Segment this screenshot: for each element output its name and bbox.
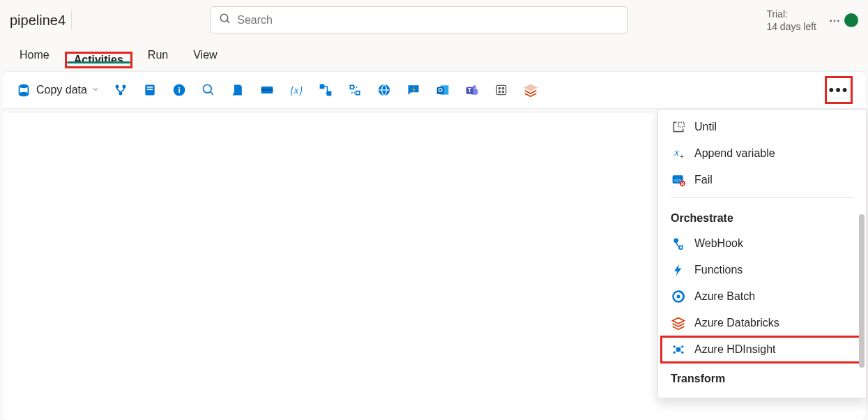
svg-text:{x}: {x} <box>290 84 303 96</box>
variable-icon[interactable]: {x} <box>288 82 305 98</box>
panel-item-label: Fail <box>694 174 713 186</box>
panel-item-fail[interactable]: </>✕ Fail <box>658 167 866 193</box>
panel-item-label: Functions <box>694 264 743 276</box>
panel-item-append-variable[interactable]: x+ Append variable <box>658 140 866 167</box>
web-icon[interactable] <box>376 82 393 98</box>
panel-item-label: Azure Databricks <box>694 317 779 329</box>
svg-text:✕: ✕ <box>680 181 685 186</box>
tab-activities[interactable]: Activities <box>65 52 132 68</box>
svg-text:O: O <box>438 87 443 93</box>
panel-item-webhook[interactable]: WebHook <box>658 230 866 257</box>
svg-point-44 <box>673 239 678 243</box>
svg-point-0 <box>220 14 228 22</box>
panel-item-azure-batch[interactable]: Azure Batch <box>658 283 866 310</box>
header-bar: pipeline4 Trial:14 days left ⋯ <box>0 0 868 40</box>
trial-status: Trial:14 days left <box>766 8 816 33</box>
panel-section-transform: Transform <box>658 363 866 391</box>
tabs-bar: Home Activities Run View <box>0 40 868 68</box>
svg-text:i: i <box>178 85 180 94</box>
azure-hdinsight-icon <box>671 342 686 357</box>
svg-text:T: T <box>468 87 471 93</box>
svg-text:+: + <box>680 153 684 160</box>
notebook-icon[interactable] <box>142 82 158 98</box>
panel-item-label: Azure Batch <box>694 290 755 303</box>
search-wrap <box>72 6 766 34</box>
panel-divider <box>671 197 853 198</box>
svg-text:x: x <box>673 147 679 158</box>
stack-icon[interactable] <box>522 82 539 98</box>
until-icon <box>671 119 686 135</box>
panel-item-label: WebHook <box>694 237 743 250</box>
append-variable-icon: x+ <box>671 146 686 161</box>
panel-item-until[interactable]: Until <box>658 114 866 140</box>
tab-run[interactable]: Run <box>145 43 171 68</box>
pipeline-name[interactable]: pipeline4 <box>10 10 72 30</box>
svg-rect-37 <box>678 122 684 127</box>
teams-icon[interactable]: T <box>464 82 480 98</box>
copy-data-label: Copy data <box>36 84 87 96</box>
svg-rect-31 <box>496 85 505 94</box>
svg-point-4 <box>116 85 118 87</box>
copy-data-button[interactable]: Copy data <box>15 82 100 98</box>
copy-data-icon <box>15 82 32 98</box>
svg-marker-36 <box>525 85 537 91</box>
azure-batch-icon <box>671 289 686 304</box>
toolbar: Copy data i {x} O T <box>3 71 865 109</box>
svg-point-5 <box>123 85 125 87</box>
outlook-icon[interactable]: O <box>434 82 451 98</box>
svg-rect-15 <box>261 89 273 90</box>
chevron-down-icon <box>91 84 100 96</box>
svg-point-33 <box>502 87 504 89</box>
panel-item-label: Append variable <box>694 147 775 160</box>
svg-point-34 <box>498 91 501 93</box>
search-input[interactable] <box>237 14 619 27</box>
search-box[interactable] <box>210 6 628 34</box>
svg-point-52 <box>673 352 676 354</box>
more-activities-button[interactable]: ••• <box>825 76 853 104</box>
fail-icon: </>✕ <box>671 172 686 188</box>
semantic-model-icon[interactable] <box>493 82 510 98</box>
header-more-icon[interactable]: ⋯ <box>826 14 844 27</box>
panel-item-azure-databricks[interactable]: Azure Databricks <box>658 310 866 336</box>
svg-rect-8 <box>147 87 153 88</box>
switch-icon[interactable] <box>347 82 363 98</box>
svg-rect-19 <box>350 85 353 89</box>
lookup-icon[interactable] <box>200 82 217 98</box>
activities-dropdown-panel: Until x+ Append variable </>✕ Fail Orche… <box>657 109 867 398</box>
svg-point-2 <box>20 84 29 89</box>
tab-home[interactable]: Home <box>17 43 52 68</box>
svg-point-50 <box>673 345 676 347</box>
panel-item-azure-hdinsight[interactable]: Azure HDInsight <box>661 336 863 363</box>
svg-point-3 <box>20 92 29 96</box>
svg-point-32 <box>498 87 501 89</box>
svg-point-53 <box>681 352 683 354</box>
svg-point-47 <box>677 295 680 299</box>
ellipsis-icon: ••• <box>828 82 848 98</box>
azure-databricks-icon <box>671 315 686 331</box>
panel-section-orchestrate: Orchestrate <box>658 202 866 230</box>
search-icon <box>219 13 231 28</box>
panel-item-functions[interactable]: Functions <box>658 257 866 283</box>
webhook-icon <box>671 236 686 251</box>
svg-marker-48 <box>673 318 685 324</box>
svg-point-12 <box>203 85 211 93</box>
svg-rect-17 <box>320 85 323 89</box>
svg-point-35 <box>502 91 504 93</box>
tab-view[interactable]: View <box>190 43 220 68</box>
branch-icon[interactable] <box>112 82 129 98</box>
avatar[interactable] <box>844 13 858 27</box>
comment-flash-icon[interactable] <box>405 82 422 98</box>
card-icon[interactable] <box>259 82 275 98</box>
panel-item-label: Until <box>694 121 717 133</box>
svg-rect-20 <box>356 91 360 95</box>
pipeline-icon[interactable] <box>317 82 334 98</box>
panel-item-label: Azure HDInsight <box>694 343 776 356</box>
info-icon[interactable]: i <box>171 82 188 98</box>
script-icon[interactable] <box>229 82 246 98</box>
functions-icon <box>671 262 686 278</box>
svg-line-1 <box>227 20 229 23</box>
svg-rect-9 <box>147 89 153 90</box>
svg-line-13 <box>210 92 213 95</box>
svg-point-51 <box>681 345 683 347</box>
